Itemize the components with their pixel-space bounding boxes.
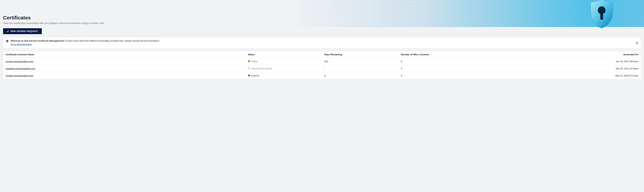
clock-icon — [248, 67, 250, 69]
check-circle-icon — [248, 60, 250, 62]
col-header-name[interactable]: Certificate Common Name — [3, 51, 246, 58]
documentation-link[interactable]: Go to documentation — [11, 43, 638, 46]
new-signing-request-button[interactable]: NEW SIGNING REQUEST — [3, 28, 42, 34]
status-cell: Expired — [248, 74, 259, 77]
col-header-days[interactable]: Days Remaining — [322, 51, 398, 58]
sort-indicator-icon: ↓ — [430, 53, 431, 56]
page-header: Certificates View the certificates assoc… — [0, 0, 644, 37]
certificate-name-link[interactable]: mysite.myorganization.com — [6, 74, 33, 77]
col-header-urls[interactable]: Number of URLs Covered↓ — [398, 51, 488, 58]
alert-text: To learn more about the different fuctio… — [64, 39, 160, 42]
table-row: mysite.myorganization.com Expired 0 9 Ma… — [3, 72, 641, 79]
edit-square-icon — [7, 30, 9, 32]
col-header-status[interactable]: Status — [246, 51, 322, 58]
urls-covered-cell: 3 — [398, 65, 488, 72]
col-header-generated[interactable]: Generated On — [488, 51, 641, 58]
table-row: mysite.myorganization.com Active 261 9 A… — [3, 58, 641, 65]
close-icon[interactable] — [635, 41, 638, 44]
status-label: Pending File Upload — [251, 67, 272, 70]
alert-bold-text: Welcome to Self Service Certificate Mana… — [11, 39, 64, 42]
generated-on-cell: Mar 01, 2020 07:01am — [488, 72, 641, 79]
status-icon-slot — [248, 67, 250, 70]
days-remaining-cell: 261 — [322, 58, 398, 65]
urls-covered-cell: 9 — [398, 72, 488, 79]
info-icon — [6, 40, 9, 42]
certificate-name-link[interactable]: example.myorganization.com — [6, 67, 35, 70]
page-subtitle: View the certificates associated with yo… — [3, 22, 641, 24]
status-cell: Pending File Upload — [248, 67, 272, 70]
generated-on-cell: Apr 05, 2021 08:01am — [488, 58, 641, 65]
info-alert: Welcome to Self Service Certificate Mana… — [3, 37, 641, 48]
status-cell: Active — [248, 60, 258, 63]
alert-circle-icon — [248, 74, 250, 77]
table-row: example.myorganization.com Pending File … — [3, 65, 641, 72]
certificates-table-card: Certificate Common Name Status Days Rema… — [3, 51, 641, 79]
page-title: Certificates — [3, 15, 641, 21]
urls-covered-cell: 9 — [398, 58, 488, 65]
certificates-table: Certificate Common Name Status Days Rema… — [3, 51, 641, 79]
status-icon-slot — [248, 60, 250, 63]
status-icon-slot — [248, 74, 250, 77]
new-signing-request-label: NEW SIGNING REQUEST — [10, 30, 38, 32]
certificate-name-link[interactable]: mysite.myorganization.com — [6, 60, 33, 63]
days-remaining-cell: - — [322, 65, 398, 72]
generated-on-cell: Jan 19, 2021 10:33pm — [488, 65, 641, 72]
status-label: Expired — [251, 74, 259, 77]
days-remaining-cell: 0 — [322, 72, 398, 79]
status-label: Active — [251, 60, 258, 63]
